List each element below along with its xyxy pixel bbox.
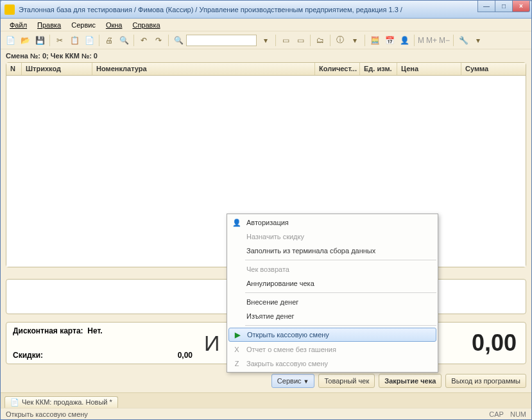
menu-edit[interactable]: Правка — [32, 20, 66, 30]
mi-assign-discount[interactable]: Назначить скидку — [227, 230, 438, 244]
play-icon: ▶ — [230, 329, 245, 340]
mi-fill-terminal[interactable]: Заполнить из терминала сбора данных — [227, 244, 438, 258]
tb-wrench-dd-icon[interactable]: ▾ — [471, 33, 485, 47]
minimize-button[interactable]: — — [477, 1, 495, 12]
col-sum[interactable]: Сумма — [461, 63, 526, 75]
tb-redo-icon[interactable]: ↷ — [151, 33, 166, 47]
tb-mplus-button[interactable]: M+ — [425, 33, 438, 47]
discounts-value: 0,00 — [178, 351, 193, 360]
menu-file[interactable]: Файл — [4, 20, 32, 30]
status-num: NUM — [510, 410, 526, 418]
tb-cut-icon[interactable]: ✂ — [53, 33, 67, 47]
tb-new-icon[interactable]: 📄 — [3, 33, 17, 47]
toolbar: 📄 📂 💾 ✂ 📋 📄 🖨 🔍 ↶ ↷ 🔍 ▾ ▭ ▭ 🗂 ⓘ ▾ 🧮 📅 👤 … — [1, 31, 531, 49]
tb-views2-icon[interactable]: ▭ — [293, 33, 307, 47]
col-barcode[interactable]: Штрихкод — [22, 63, 92, 75]
status-cap: CAP — [489, 410, 504, 418]
tb-calc-icon[interactable]: 🧮 — [368, 33, 382, 47]
mi-auth[interactable]: 👤 Авторизация — [227, 215, 438, 230]
x-report-icon: X — [230, 344, 244, 355]
mi-annul[interactable]: Аннулирование чека — [227, 276, 438, 290]
document-tab[interactable]: 📄Чек ККМ: продажа. Новый * — [4, 396, 118, 408]
status-text: Открыть кассовую смену — [6, 410, 88, 418]
tb-dropdown-icon[interactable]: ▾ — [259, 33, 273, 47]
menu-service[interactable]: Сервис — [66, 20, 101, 30]
mi-return-check[interactable]: Чек возврата — [227, 262, 438, 276]
tb-info-dd-icon[interactable]: ▾ — [348, 33, 362, 47]
tb-user-icon[interactable]: 👤 — [397, 33, 411, 47]
titlebar: Эталонная база для тестирования / Фимова… — [1, 1, 531, 19]
tb-cal-icon[interactable]: 📅 — [382, 33, 397, 47]
close-button[interactable]: × — [512, 1, 530, 12]
tb-undo-icon[interactable]: ↶ — [137, 33, 151, 47]
tb-paste-icon[interactable]: 📄 — [82, 33, 96, 47]
col-uom[interactable]: Ед. изм. — [360, 63, 397, 75]
col-quantity[interactable]: Количест... — [315, 63, 360, 75]
col-price[interactable]: Цена — [397, 63, 461, 75]
tb-m-button[interactable]: M — [417, 33, 425, 47]
service-button[interactable]: Сервис▼ — [271, 374, 315, 388]
z-report-icon: Z — [230, 358, 244, 369]
person-icon: 👤 — [230, 217, 244, 228]
minimize-icon: — — [483, 3, 490, 10]
tb-copy-icon[interactable]: 📋 — [67, 33, 82, 47]
app-icon — [4, 4, 15, 15]
status-bar: Открыть кассовую смену CAP NUM — [1, 408, 531, 419]
chevron-down-icon: ▼ — [304, 378, 309, 385]
menu-help[interactable]: Справка — [127, 20, 165, 30]
tb-mminus-button[interactable]: M− — [438, 33, 450, 47]
mi-open-shift[interactable]: ▶ Открыть кассовую смену — [228, 328, 436, 342]
tb-stack-icon[interactable]: 🗂 — [313, 33, 327, 47]
document-tab-icon: 📄 — [10, 398, 19, 406]
mi-deposit[interactable]: Внесение денег — [227, 295, 438, 309]
col-n[interactable]: N — [6, 63, 22, 75]
tb-search-input[interactable] — [186, 35, 257, 46]
grid-header: N Штрихкод Номенклатура Количест... Ед. … — [6, 63, 526, 76]
close-icon: × — [519, 3, 523, 10]
col-nomenclature[interactable]: Номенклатура — [92, 63, 315, 75]
maximize-button[interactable]: □ — [495, 1, 513, 12]
window-title: Эталонная база для тестирования / Фимова… — [19, 6, 531, 13]
exit-button[interactable]: Выход из программы — [445, 374, 526, 388]
mi-withdraw[interactable]: Изъятие денег — [227, 309, 438, 323]
service-context-menu: 👤 Авторизация Назначить скидку Заполнить… — [227, 214, 438, 373]
maximize-icon: □ — [502, 3, 506, 10]
tabstrip: 📄Чек ККМ: продажа. Новый * — [1, 392, 531, 408]
shift-info: Смена №: 0; Чек ККМ №: 0 — [1, 49, 531, 62]
discounts-label: Скидки: — [13, 351, 43, 360]
menu-windows[interactable]: Окна — [101, 20, 128, 30]
mi-close-shift[interactable]: Z Закрыть кассовую смену — [227, 357, 438, 371]
tb-views-icon[interactable]: ▭ — [279, 33, 293, 47]
tb-wrench-icon[interactable]: 🔧 — [456, 33, 470, 47]
tb-search-icon[interactable]: 🔍 — [171, 33, 185, 47]
mi-report-no-reset[interactable]: X Отчет о смене без гашения — [227, 342, 438, 357]
bottom-button-bar: Сервис▼ Товарный чек Закрытие чека Выход… — [1, 371, 531, 391]
goods-check-button[interactable]: Товарный чек — [318, 374, 375, 388]
close-check-button[interactable]: Закрытие чека — [379, 374, 442, 388]
tb-save-icon[interactable]: 💾 — [33, 33, 47, 47]
tb-info-icon[interactable]: ⓘ — [333, 33, 347, 47]
tb-print-icon[interactable]: 🖨 — [102, 33, 116, 47]
discount-card-label: Дисконтная карта: Нет. — [13, 326, 103, 335]
menubar: Файл Правка Сервис Окна Справка — [1, 19, 531, 31]
tb-preview-icon[interactable]: 🔍 — [117, 33, 131, 47]
tb-open-icon[interactable]: 📂 — [18, 33, 32, 47]
